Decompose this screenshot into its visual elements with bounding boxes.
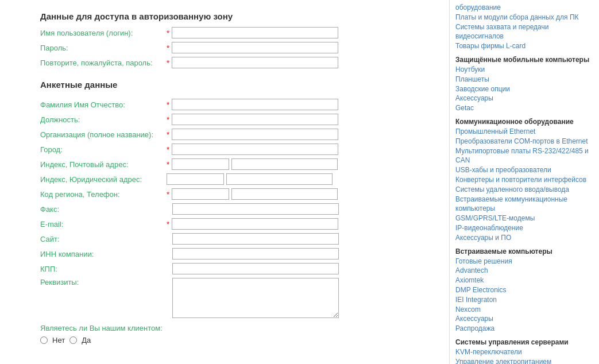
sidebar-link-embedded-comm[interactable]: Встраиваемые коммуникационные компьютеры (455, 195, 593, 214)
sidebar-link-kvm[interactable]: KVM-переключатели (455, 347, 593, 357)
confirm-password-required: * (167, 59, 169, 67)
sidebar-link-multiport[interactable]: Мультипортовые платы RS-232/422/485 и CA… (455, 146, 593, 166)
requisites-group: Реквизиты: (40, 278, 438, 318)
postal-address-inputs (172, 158, 338, 170)
sidebar-link-gsm[interactable]: GSM/GPRS/LTE-модемы (455, 214, 593, 223)
kpp-group: КПП: (40, 263, 438, 274)
phone-required: * (167, 190, 169, 199)
login-label: Имя пользователя (логин): (40, 29, 167, 37)
sidebar-link-remote-io[interactable]: Системы удаленного ввода/вывода (455, 185, 593, 195)
email-required: * (167, 220, 169, 229)
login-input[interactable] (172, 27, 338, 38)
inn-label: ИНН компании: (40, 250, 167, 258)
phone-group: Код региона, Телефон: * (40, 188, 438, 200)
sidebar-link-power-mgmt[interactable]: Управление электропитанием (455, 357, 593, 364)
kpp-input[interactable] (172, 263, 339, 274)
sidebar-link-video-capture[interactable]: Системы захвата и передачи видеосигналов (455, 22, 593, 42)
sidebar-link-factory-options[interactable]: Заводские опции (455, 84, 593, 94)
sidebar-link-ip-video[interactable]: IP-видеонаблюдение (455, 223, 593, 233)
legal-address-label: Индекс, Юридический адрес: (40, 175, 167, 184)
client-radio-group: Нет Да (40, 336, 438, 344)
radio-yes[interactable] (69, 336, 77, 344)
confirm-password-label: Повторите, пожалуйста, пароль: (40, 59, 167, 67)
organization-group: Организация (полное название): * (40, 129, 438, 140)
sidebar-link-accessories-emb[interactable]: Аксессуары (455, 314, 593, 324)
sidebar-link-accessories-mobile[interactable]: Аксессуары (455, 94, 593, 103)
sidebar-link-ready-solutions[interactable]: Готовые решения (455, 257, 593, 266)
sidebar-link-nexcom[interactable]: Nexcom (455, 305, 593, 315)
client-section: Являетесь ли Вы нашим клиентом: Нет Да (40, 324, 438, 344)
phone-inputs (172, 188, 338, 200)
fullname-required: * (167, 100, 169, 109)
position-label: Должность: (40, 115, 167, 124)
sidebar-link-tablets[interactable]: Планшеты (455, 75, 593, 84)
postal-address-group: Индекс, Почтовый адрес: * (40, 158, 438, 170)
sidebar-link-data-boards[interactable]: Платы и модули сбора данных для ПК (455, 13, 593, 22)
fullname-input[interactable] (172, 99, 338, 110)
sidebar-link-laptops[interactable]: Ноутбуки (455, 65, 593, 75)
position-required: * (167, 115, 169, 124)
radio-no[interactable] (40, 336, 48, 344)
sidebar-link-industrial-ethernet[interactable]: Промышленный Ethernet (455, 127, 593, 137)
sidebar-link-iei[interactable]: IEI Integraton (455, 295, 593, 305)
login-required: * (167, 29, 169, 37)
city-label: Город: (40, 145, 167, 154)
site-input[interactable] (172, 233, 339, 245)
sidebar-link-getac[interactable]: Getac (455, 103, 593, 113)
password-input[interactable] (172, 42, 338, 53)
login-group: Имя пользователя (логин): * (40, 27, 438, 38)
sidebar: оборудование Платы и модули сбора данных… (450, 0, 599, 364)
sidebar-link-converters[interactable]: Конвертеры и повторители интерфейсов (455, 175, 593, 185)
password-required: * (167, 44, 169, 52)
city-required: * (167, 145, 169, 154)
sidebar-link-accessories-po[interactable]: Аксессуары и ПО (455, 233, 593, 243)
email-label: E-mail: (40, 220, 167, 229)
position-input[interactable] (172, 114, 338, 125)
fax-input[interactable] (172, 203, 339, 215)
postal-index-input[interactable] (172, 158, 229, 170)
sidebar-link-axiomtek[interactable]: Axiomtek (455, 276, 593, 285)
region-code-input[interactable] (172, 188, 229, 200)
phone-label: Код региона, Телефон: (40, 190, 167, 199)
sidebar-cat-server: Системы управления серверами (455, 338, 593, 346)
sidebar-cat-embedded: Встраиваемые компьютеры (455, 247, 593, 255)
radio-yes-label: Да (82, 336, 91, 344)
postal-address-required: * (167, 160, 169, 169)
main-content: Данные для доступа в авторизованную зону… (0, 0, 450, 364)
legal-address-group: Индекс, Юридический адрес: (40, 173, 438, 185)
sidebar-link-dmp[interactable]: DMP Electronics (455, 285, 593, 295)
sidebar-equipment-top: оборудование Платы и модули сбора данных… (455, 3, 593, 51)
sidebar-link-advantech[interactable]: Advantech (455, 266, 593, 276)
phone-number-input[interactable] (231, 188, 338, 200)
fullname-label: Фамилия Имя Отчество: (40, 100, 167, 109)
city-input[interactable] (172, 144, 338, 155)
position-group: Должность: * (40, 114, 438, 125)
fax-label: Факс: (40, 205, 167, 214)
legal-index-input[interactable] (167, 173, 224, 185)
organization-required: * (167, 130, 169, 139)
sidebar-link-lcard[interactable]: Товары фирмы L-card (455, 41, 593, 51)
organization-input[interactable] (172, 129, 338, 140)
radio-no-label: Нет (52, 336, 65, 344)
sidebar-link-sale[interactable]: Распродажа (455, 324, 593, 334)
sidebar-link-com-ethernet[interactable]: Преобразователи COM-портов в Ethernet (455, 137, 593, 146)
confirm-password-group: Повторите, пожалуйста, пароль: * (40, 57, 438, 68)
requisites-label: Реквизиты: (40, 278, 167, 286)
requisites-textarea[interactable] (172, 278, 339, 318)
organization-label: Организация (полное название): (40, 130, 167, 139)
client-question-label: Являетесь ли Вы нашим клиентом: (40, 324, 438, 332)
email-group: E-mail: * (40, 218, 438, 230)
sidebar-link-equipment[interactable]: оборудование (455, 3, 593, 13)
legal-address-input[interactable] (226, 173, 333, 185)
legal-address-inputs (167, 173, 333, 185)
kpp-label: КПП: (40, 265, 167, 273)
sidebar-link-usb-hubs[interactable]: USB-хабы и преобразователи (455, 165, 593, 175)
postal-address-label: Индекс, Почтовый адрес: (40, 160, 167, 169)
postal-address-input[interactable] (231, 158, 338, 170)
confirm-password-input[interactable] (172, 57, 338, 68)
fax-group: Факс: (40, 203, 438, 215)
inn-input[interactable] (172, 248, 339, 260)
sidebar-cat-comm: Коммуникационное оборудование (455, 118, 593, 126)
site-group: Сайт: (40, 233, 438, 245)
email-input[interactable] (172, 218, 338, 230)
